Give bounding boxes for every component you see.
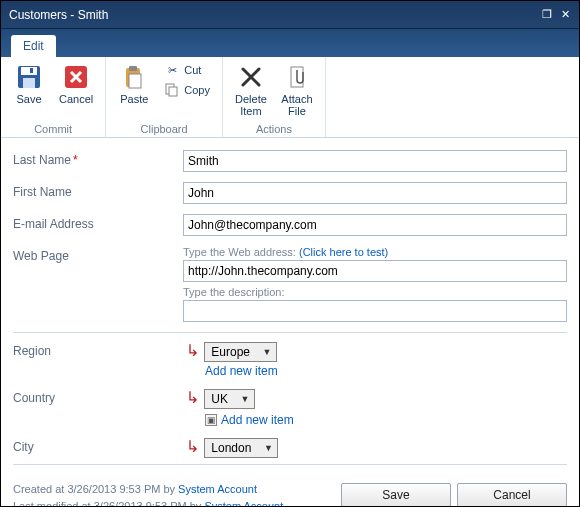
paperclip-icon bbox=[283, 63, 311, 91]
email-input[interactable] bbox=[183, 214, 567, 236]
chevron-down-icon: ▼ bbox=[261, 441, 275, 455]
window-title: Customers - Smith bbox=[9, 8, 108, 22]
separator bbox=[13, 332, 567, 333]
group-label-commit: Commit bbox=[9, 123, 97, 135]
cascade-arrow-icon: ↳ bbox=[183, 437, 201, 456]
chevron-down-icon: ▼ bbox=[260, 345, 274, 359]
last-name-label: Last Name* bbox=[13, 150, 183, 167]
group-label-clipboard: Clipboard bbox=[114, 123, 214, 135]
close-icon[interactable]: ✕ bbox=[559, 9, 571, 21]
expand-icon[interactable]: ▣ bbox=[205, 414, 217, 426]
first-name-label: First Name bbox=[13, 182, 183, 199]
window-titlebar: Customers - Smith ❐ ✕ bbox=[1, 1, 579, 29]
cancel-x-icon bbox=[62, 63, 90, 91]
copy-button[interactable]: Copy bbox=[160, 81, 214, 99]
ribbon-group-commit: Save Cancel Commit bbox=[1, 57, 106, 137]
webpage-url-hint: Type the Web address: (Click here to tes… bbox=[183, 246, 567, 258]
webpage-label: Web Page bbox=[13, 246, 183, 263]
record-metadata: Created at 3/26/2013 9:53 PM by System A… bbox=[13, 481, 283, 507]
floppy-icon bbox=[15, 63, 43, 91]
svg-rect-1 bbox=[21, 67, 37, 75]
ribbon-group-clipboard: Paste ✂ Cut Copy Clipboard bbox=[106, 57, 223, 137]
cascade-arrow-icon: ↳ bbox=[183, 388, 201, 407]
delete-item-button[interactable]: Delete Item bbox=[231, 61, 271, 119]
modified-by-link[interactable]: System Account bbox=[204, 500, 283, 507]
region-add-new-link[interactable]: Add new item bbox=[205, 364, 278, 378]
chevron-down-icon: ▼ bbox=[238, 392, 252, 406]
webpage-desc-hint: Type the description: bbox=[183, 286, 567, 298]
form-footer: Created at 3/26/2013 9:53 PM by System A… bbox=[1, 481, 579, 507]
last-name-input[interactable] bbox=[183, 150, 567, 172]
footer-cancel-button[interactable]: Cancel bbox=[457, 483, 567, 507]
created-by-link[interactable]: System Account bbox=[178, 483, 257, 495]
svg-rect-9 bbox=[169, 87, 177, 96]
webpage-test-link[interactable]: (Click here to test) bbox=[299, 246, 388, 258]
copy-icon bbox=[164, 82, 180, 98]
ribbon-tabstrip: Edit bbox=[1, 29, 579, 57]
tab-edit[interactable]: Edit bbox=[11, 35, 56, 57]
region-label: Region bbox=[13, 341, 183, 358]
clipboard-icon bbox=[120, 63, 148, 91]
svg-rect-2 bbox=[23, 78, 35, 88]
window-controls: ❐ ✕ bbox=[541, 9, 571, 21]
group-label-actions: Actions bbox=[231, 123, 317, 135]
edit-form: Last Name* First Name E-mail Address Web… bbox=[1, 138, 579, 481]
city-select[interactable]: London ▼ bbox=[204, 438, 278, 458]
ribbon-group-actions: Delete Item Attach File Actions bbox=[223, 57, 326, 137]
svg-rect-3 bbox=[30, 68, 33, 73]
cancel-button[interactable]: Cancel bbox=[55, 61, 97, 107]
footer-save-button[interactable]: Save bbox=[341, 483, 451, 507]
region-select[interactable]: Europe ▼ bbox=[204, 342, 277, 362]
city-label: City bbox=[13, 437, 183, 454]
cut-button[interactable]: ✂ Cut bbox=[160, 61, 214, 79]
paste-button[interactable]: Paste bbox=[114, 61, 154, 107]
attach-file-button[interactable]: Attach File bbox=[277, 61, 317, 119]
delete-x-icon bbox=[237, 63, 265, 91]
country-select[interactable]: UK ▼ bbox=[204, 389, 255, 409]
country-add-new-link[interactable]: Add new item bbox=[221, 413, 294, 427]
maximize-icon[interactable]: ❐ bbox=[541, 9, 553, 21]
country-label: Country bbox=[13, 388, 183, 405]
svg-rect-7 bbox=[129, 74, 141, 88]
ribbon: Save Cancel Commit Paste ✂ Cut bbox=[1, 57, 579, 138]
separator bbox=[13, 464, 567, 465]
first-name-input[interactable] bbox=[183, 182, 567, 204]
email-label: E-mail Address bbox=[13, 214, 183, 231]
scissors-icon: ✂ bbox=[164, 62, 180, 78]
cascade-arrow-icon: ↳ bbox=[183, 341, 201, 360]
svg-rect-6 bbox=[129, 66, 137, 71]
webpage-url-input[interactable] bbox=[183, 260, 567, 282]
save-button[interactable]: Save bbox=[9, 61, 49, 107]
webpage-desc-input[interactable] bbox=[183, 300, 567, 322]
